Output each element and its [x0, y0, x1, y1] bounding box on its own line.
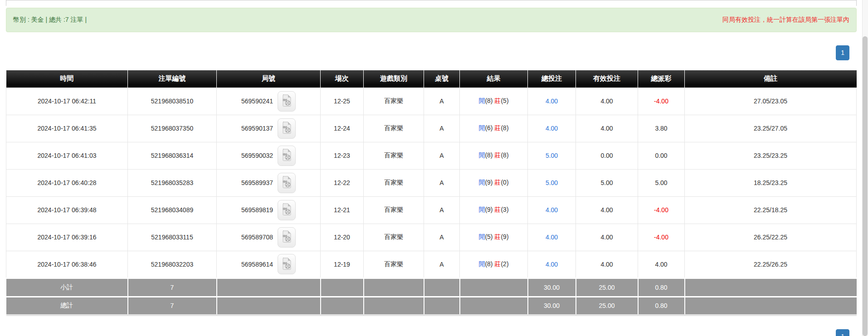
summary-empty-cell: [364, 278, 424, 297]
player-result-label: 閒: [478, 179, 485, 186]
player-score: (6): [485, 124, 493, 131]
cell-time: 2024-10-17 06:41:03: [6, 142, 128, 169]
cell-remark: 18.25/23.25: [685, 169, 857, 196]
cell-session: 12-20: [321, 224, 364, 251]
summary-payout: 0.80: [638, 297, 685, 315]
page-1-button-bottom[interactable]: 1: [836, 329, 849, 336]
panel-above-remnant: [6, 0, 857, 6]
page-1-button-top[interactable]: 1: [836, 45, 849, 60]
cell-round: 569589937: [217, 169, 321, 196]
cell-total-bet: 4.00: [528, 115, 576, 142]
cell-valid-bet: 5.00: [576, 169, 638, 196]
summary-empty-cell: [321, 297, 364, 315]
video-file-icon: [282, 258, 292, 270]
cell-game-type: 百家樂: [364, 196, 424, 224]
col-header-round: 局號: [217, 70, 321, 88]
cell-table-no: A: [424, 224, 460, 251]
cell-bet-id: 521968034089: [128, 196, 217, 224]
summary-empty-cell: [364, 297, 424, 315]
player-score: (9): [485, 179, 493, 186]
pagination-top: 1: [836, 45, 849, 60]
cell-table-no: A: [424, 142, 460, 169]
video-replay-button[interactable]: [278, 118, 296, 139]
cell-time: 2024-10-17 06:38:46: [6, 251, 128, 278]
summary-total-bet: 30.00: [528, 278, 576, 297]
cell-result: 閒(9) 莊(0): [460, 169, 528, 196]
cell-remark: 23.25/23.25: [685, 142, 857, 169]
player-result-label: 閒: [478, 124, 485, 131]
total-bet-link[interactable]: 5.00: [546, 152, 558, 159]
valid-bet-notice: 同局有效投注，統一計算在該局第一張注單內: [722, 16, 849, 24]
cell-round: 569589614: [217, 251, 321, 278]
summary-empty-cell: [424, 297, 460, 315]
total-bet-link[interactable]: 4.00: [546, 234, 558, 241]
cell-remark: 23.25/27.05: [685, 115, 857, 142]
player-score: (9): [485, 206, 493, 213]
table-row: 2024-10-17 06:42:11 521968038510 5695902…: [6, 88, 857, 115]
video-replay-button[interactable]: [278, 173, 296, 193]
col-header-bet-id: 注單編號: [128, 70, 217, 88]
summary-count: 7: [128, 297, 217, 315]
cell-round: 569589708: [217, 224, 321, 251]
cell-valid-bet: 4.00: [576, 115, 638, 142]
cell-total-bet: 4.00: [528, 88, 576, 115]
cell-total-bet: 4.00: [528, 251, 576, 278]
player-result-label: 閒: [478, 151, 485, 159]
cell-bet-id: 521968033115: [128, 224, 217, 251]
cell-valid-bet: 4.00: [576, 88, 638, 115]
pagination-bottom: 1: [836, 329, 849, 336]
cell-result: 閒(8) 莊(2): [460, 251, 528, 278]
scrollbar-thumb[interactable]: [863, 36, 868, 336]
cell-payout: -4.00: [638, 224, 685, 251]
total-bet-link[interactable]: 5.00: [546, 179, 558, 186]
bet-history-table-wrap: 時間 注單編號 局號 場次 遊戲類別 桌號 結果 總投注 有效投注 總派彩 備註…: [6, 70, 857, 316]
round-number: 569589819: [241, 206, 273, 214]
cell-bet-id: 521968036314: [128, 142, 217, 169]
total-bet-link[interactable]: 4.00: [546, 97, 558, 105]
cell-table-no: A: [424, 169, 460, 196]
round-number: 569589937: [241, 179, 273, 186]
cell-result: 閒(6) 莊(8): [460, 115, 528, 142]
cell-session: 12-23: [321, 142, 364, 169]
cell-bet-id: 521968038510: [128, 88, 217, 115]
player-result-label: 閒: [478, 260, 485, 268]
currency-total-summary: 幣別 : 美金 | 總共 :7 注單 |: [13, 16, 87, 24]
banker-result-label: 莊: [494, 124, 501, 131]
total-bet-link[interactable]: 4.00: [546, 125, 558, 132]
video-replay-button[interactable]: [278, 91, 296, 112]
round-number: 569589708: [241, 234, 273, 241]
total-bet-link[interactable]: 4.00: [546, 206, 558, 214]
col-header-session: 場次: [321, 70, 364, 88]
col-header-game-type: 遊戲類別: [364, 70, 424, 88]
cell-session: 12-19: [321, 251, 364, 278]
cell-round: 569589819: [217, 196, 321, 224]
cell-bet-id: 521968037350: [128, 115, 217, 142]
cell-result: 閒(9) 莊(3): [460, 196, 528, 224]
banker-result-label: 莊: [494, 233, 501, 240]
video-replay-button[interactable]: [278, 146, 296, 166]
player-result-label: 閒: [478, 97, 485, 104]
banker-score: (2): [501, 260, 508, 268]
cell-remark: 26.25/22.25: [685, 224, 857, 251]
cell-total-bet: 4.00: [528, 196, 576, 224]
banker-score: (9): [501, 233, 508, 240]
banker-result-label: 莊: [494, 179, 501, 186]
vertical-scrollbar[interactable]: [862, 0, 868, 336]
cell-session: 12-25: [321, 88, 364, 115]
round-number: 569590032: [241, 152, 273, 159]
cell-total-bet: 5.00: [528, 142, 576, 169]
video-replay-button[interactable]: [278, 254, 296, 274]
total-bet-link[interactable]: 4.00: [546, 261, 558, 268]
cell-round: 569590241: [217, 88, 321, 115]
cell-round: 569590137: [217, 115, 321, 142]
summary-row: 小計 7 30.00 25.00 0.80: [6, 278, 857, 297]
video-file-icon: [282, 94, 292, 107]
cell-table-no: A: [424, 251, 460, 278]
cell-game-type: 百家樂: [364, 115, 424, 142]
cell-bet-id: 521968035283: [128, 169, 217, 196]
cell-game-type: 百家樂: [364, 142, 424, 169]
player-result-label: 閒: [478, 206, 485, 213]
video-replay-button[interactable]: [278, 227, 296, 248]
video-replay-button[interactable]: [278, 200, 296, 220]
cell-result: 閒(8) 莊(5): [460, 88, 528, 115]
